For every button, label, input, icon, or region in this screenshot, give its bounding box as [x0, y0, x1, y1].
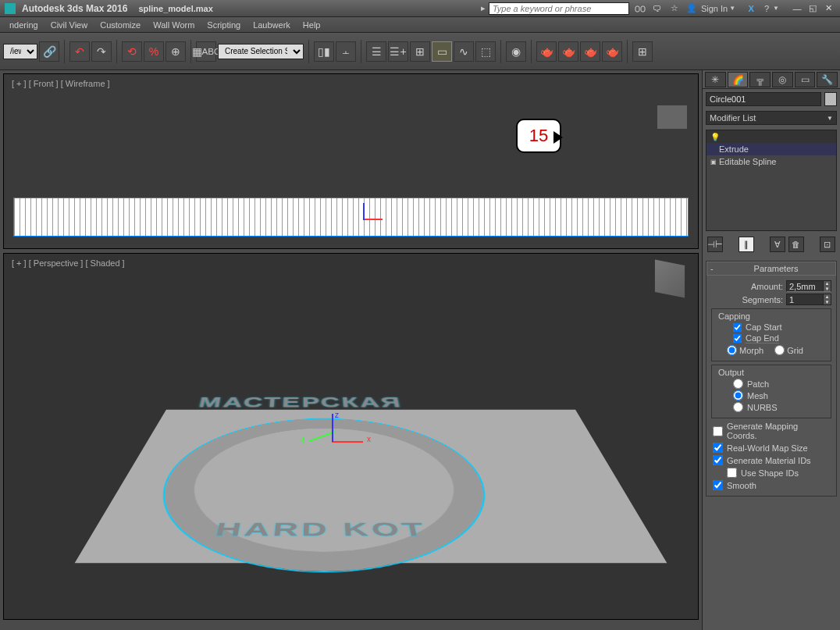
mirror-button[interactable]: ▯▮ — [314, 41, 334, 62]
layer-new-button[interactable]: ☰+ — [388, 41, 408, 62]
grid-radio[interactable]: Grid — [774, 345, 803, 355]
coin-text-top: МАСТЕРСКАЯ — [197, 394, 404, 411]
menu-laubwerk[interactable]: Laubwerk — [247, 20, 297, 30]
star-icon[interactable]: ☆ — [668, 2, 681, 15]
layers-button[interactable]: ☰ — [366, 41, 386, 62]
sign-in-link[interactable]: Sign In — [701, 4, 728, 13]
minimize-button[interactable]: — — [790, 3, 804, 14]
stack-item-editable-spline[interactable]: ▣ Editable Spline — [707, 155, 836, 168]
stack-item-extrude[interactable]: Extrude — [707, 143, 836, 155]
snap-percent-button[interactable]: % — [144, 41, 164, 62]
spinner-snap-button[interactable]: ⊕ — [166, 41, 186, 62]
menu-scripting[interactable]: Scripting — [201, 20, 247, 30]
smooth-checkbox[interactable] — [713, 480, 723, 490]
menu-civil-view[interactable]: Civil View — [44, 20, 94, 30]
show-end-result-button[interactable]: ∥ — [739, 237, 754, 252]
communication-icon[interactable]: 🗨 — [651, 2, 664, 15]
scene-explorer-button[interactable]: ⊞ — [410, 41, 430, 62]
coin-text-bottom: HARD KOT — [213, 519, 429, 540]
rendered-frame-button[interactable]: 🫖 — [558, 41, 578, 62]
viewport-perspective-label[interactable]: [ + ] [ Perspective ] [ Shaded ] — [12, 258, 125, 268]
svg-rect-0 — [635, 6, 639, 12]
remove-modifier-button[interactable]: 🗑 — [788, 237, 804, 252]
viewcube-front[interactable] — [657, 105, 687, 129]
search-input[interactable] — [489, 2, 629, 15]
modifier-stack[interactable]: 💡 Extrude ▣ Editable Spline — [706, 130, 837, 231]
configure-sets-button[interactable]: ⊡ — [820, 237, 835, 252]
gen-mapping-checkbox[interactable] — [713, 426, 723, 436]
select-link-button[interactable]: 🔗 — [39, 41, 59, 62]
axis-gizmo[interactable] — [308, 414, 355, 461]
signin-dropdown-icon[interactable]: ▼ — [729, 5, 735, 12]
curve-editor-button[interactable]: ∿ — [454, 41, 474, 62]
capping-label: Capping — [716, 311, 753, 321]
utilities-tab[interactable]: 🔧 — [817, 72, 838, 87]
titlebar: Autodesk 3ds Max 2016 spline_model.max ▸… — [0, 0, 840, 17]
motion-tab◎[interactable]: ◎ — [772, 72, 793, 87]
viewport-front[interactable]: [ + ] [ Front ] [ Wireframe ] — [3, 73, 699, 249]
expand-icon[interactable]: ▣ — [708, 158, 719, 166]
selection-filter-button[interactable]: ▦ABC — [196, 41, 216, 62]
render-online-button[interactable]: ⊞ — [632, 41, 653, 62]
svg-rect-1 — [641, 6, 645, 12]
main-toolbar: /iew 🔗 ↶ ↷ ⟲ % ⊕ ▦ABC Create Selection S… — [0, 33, 840, 70]
render-production-button[interactable]: 🫖 — [580, 41, 600, 62]
amount-label: Amount: — [751, 282, 783, 291]
use-shape-checkbox[interactable] — [727, 468, 737, 478]
render-iterative-button[interactable]: 🫖 — [602, 41, 622, 62]
morph-radio[interactable]: Morph — [727, 345, 763, 355]
view-dropdown[interactable]: /iew — [3, 44, 37, 59]
menu-help[interactable]: Help — [297, 20, 327, 30]
snap-angle-button[interactable]: ⟲ — [122, 41, 142, 62]
app-icon[interactable] — [5, 3, 16, 14]
object-color-swatch[interactable] — [824, 92, 837, 106]
display-tab[interactable]: ▭ — [795, 72, 816, 87]
gen-material-checkbox[interactable] — [713, 455, 723, 465]
help-icon[interactable]: ? — [760, 2, 773, 15]
rollout-header[interactable]: - Parameters — [707, 262, 836, 276]
app-title: Autodesk 3ds Max 2016 — [22, 3, 127, 14]
toggle-ribbon-button[interactable]: ▭ — [432, 41, 452, 62]
search-arrow-icon[interactable]: ▸ — [481, 3, 486, 13]
hierarchy-tab[interactable]: ╦ — [749, 72, 771, 87]
make-unique-button[interactable]: ∀ — [770, 237, 785, 252]
cap-start-checkbox[interactable] — [733, 323, 742, 332]
modify-tab[interactable]: 🌈 — [728, 72, 749, 87]
axis-gizmo-front — [351, 211, 375, 226]
binoculars-icon[interactable] — [634, 2, 646, 15]
exchange-icon[interactable]: X — [745, 2, 757, 15]
align-button[interactable]: ⫠ — [336, 41, 356, 62]
selection-set-dropdown[interactable]: Create Selection Se — [218, 44, 304, 59]
callout-15: 15 — [516, 119, 561, 153]
modifier-list-dropdown[interactable]: Modifier List ▼ — [706, 111, 837, 125]
schematic-view-button[interactable]: ⬚ — [475, 41, 496, 62]
viewports: 15 [ + ] [ Front ] [ Wireframe ] [ + ] [… — [0, 70, 702, 630]
menu-wall-worm[interactable]: Wall Worm — [147, 20, 201, 30]
parameters-rollout: - Parameters Amount: 2,5mm ▲▼ Segments: … — [706, 261, 837, 497]
close-button[interactable]: ✕ — [821, 3, 835, 14]
help-dropdown-icon[interactable]: ▼ — [773, 5, 779, 12]
patch-radio[interactable] — [733, 379, 743, 389]
segments-spinner[interactable]: 1 ▲▼ — [786, 294, 831, 305]
undo-button[interactable]: ↶ — [69, 41, 90, 62]
chevron-down-icon: ▼ — [827, 115, 833, 122]
maximize-button[interactable]: ◱ — [806, 3, 820, 14]
pin-stack-button[interactable]: ⊣⊢ — [707, 237, 723, 252]
amount-spinner[interactable]: 2,5mm ▲▼ — [786, 280, 831, 292]
menu-rendering[interactable]: ndering — [3, 20, 44, 30]
viewport-perspective[interactable]: [ + ] [ Perspective ] [ Shaded ] МАСТЕРС… — [3, 253, 699, 620]
mesh-radio[interactable] — [733, 390, 743, 400]
object-name-input[interactable] — [706, 92, 821, 106]
viewcube-perspective[interactable] — [655, 260, 685, 298]
user-icon[interactable]: 👤 — [685, 2, 698, 15]
real-world-checkbox[interactable] — [713, 443, 723, 453]
menu-customize[interactable]: Customize — [94, 20, 147, 30]
redo-button[interactable]: ↷ — [91, 41, 112, 62]
viewport-front-label[interactable]: [ + ] [ Front ] [ Wireframe ] — [12, 79, 110, 88]
material-editor-button[interactable]: ◉ — [506, 41, 526, 62]
nurbs-radio[interactable] — [733, 402, 743, 412]
output-label: Output — [716, 368, 746, 377]
create-tab[interactable]: ✳ — [705, 72, 726, 87]
cap-end-checkbox[interactable] — [733, 334, 742, 343]
render-setup-button[interactable]: 🫖 — [536, 41, 557, 62]
